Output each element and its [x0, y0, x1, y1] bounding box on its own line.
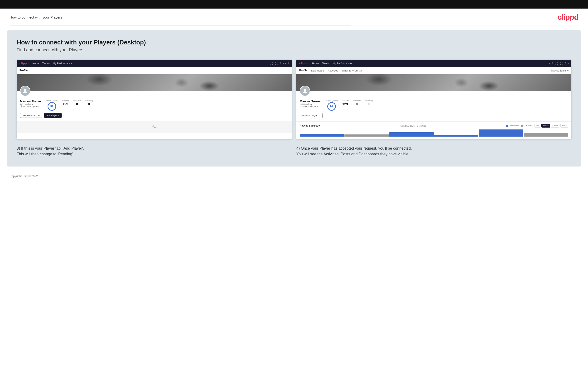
- left-profile-hero: [17, 74, 292, 91]
- left-handicap: 1-5 Handicap: [20, 103, 41, 106]
- left-profile-avatar: [20, 86, 30, 96]
- user-icon[interactable]: [275, 62, 278, 65]
- left-followers-stat: Followers 0: [73, 100, 81, 106]
- page-header: How to connect with your Players clippd: [0, 8, 588, 25]
- left-profile-info: Marcus Turner 1-5 Handicap 📍 United King…: [17, 91, 292, 121]
- globe-icon[interactable]: [285, 62, 289, 65]
- search-icon[interactable]: [270, 62, 273, 65]
- right-user-icon[interactable]: [555, 62, 558, 65]
- right-tab-dashboard[interactable]: Dashboard: [311, 67, 324, 74]
- right-search-icon[interactable]: [549, 62, 553, 65]
- remove-player-button[interactable]: Remove Player ✕: [300, 113, 322, 118]
- left-name-section: Marcus Turner 1-5 Handicap 📍 United King…: [20, 100, 41, 108]
- right-location-text: United Kingdom: [303, 106, 318, 108]
- settings-icon[interactable]: [280, 62, 284, 65]
- left-activities-stat: Activities 129: [62, 100, 69, 106]
- left-activities-label: Activities: [62, 100, 69, 102]
- left-following-value: 0: [85, 102, 93, 106]
- bar-4: [434, 135, 478, 137]
- right-player-name: Marcus Turner: [300, 100, 321, 103]
- add-player-button[interactable]: Add Player +: [44, 113, 62, 118]
- close-icon: ✕: [318, 114, 320, 117]
- main-subtitle: Find and connect with your Players: [17, 48, 571, 52]
- left-nav-icons: [270, 62, 289, 65]
- period-3mths-button[interactable]: 3 mths: [551, 124, 560, 128]
- period-6mths-button[interactable]: 6 mths: [541, 124, 550, 128]
- period-1mth-button[interactable]: 1 mth: [560, 124, 568, 128]
- main-title: How to connect with your Players (Deskto…: [17, 39, 571, 46]
- plus-icon: +: [58, 114, 59, 117]
- screenshots-row: clippd Home Teams My Performance Profile: [17, 60, 571, 139]
- right-quality-stat: Player Quality 92: [326, 100, 337, 111]
- left-followers-value: 0: [73, 102, 81, 106]
- bar-5: [479, 129, 523, 137]
- activity-bar-chart: [300, 129, 568, 137]
- on-course-legend-dot: [506, 125, 508, 127]
- right-app-logo: clippd: [299, 61, 308, 65]
- screenshot-panel-right: clippd Home Teams My Performance Profile…: [296, 60, 571, 139]
- right-following-stat: Following 0: [365, 100, 373, 106]
- caption-right-text: 4) Once your Player has accepted your re…: [296, 146, 571, 157]
- right-profile-info: Marcus Turner 1-5 Handicap 📍 United King…: [296, 91, 571, 121]
- left-nav-links: Home Teams My Performance: [32, 62, 266, 65]
- left-app-logo: clippd: [19, 61, 28, 65]
- right-globe-icon[interactable]: [565, 62, 569, 65]
- right-profile-avatar: [300, 86, 310, 96]
- right-location-pin-icon: 📍: [300, 106, 302, 108]
- top-bar: [0, 0, 588, 8]
- right-handicap: 1-5 Handicap: [300, 103, 321, 106]
- right-quality-label: Player Quality: [326, 100, 337, 102]
- right-tab-what-to-work-on[interactable]: What To Work On: [342, 67, 362, 74]
- location-pin-icon: 📍: [20, 106, 23, 108]
- right-tab-activities[interactable]: Activities: [328, 67, 338, 74]
- left-nav-performance[interactable]: My Performance: [53, 62, 72, 65]
- right-following-value: 0: [365, 102, 373, 106]
- request-to-follow-button[interactable]: Request to Follow: [20, 113, 42, 118]
- left-profile-buttons: Request to Follow Add Player +: [20, 113, 288, 118]
- right-nav-icons: [549, 62, 569, 65]
- right-location: 📍 United Kingdom: [300, 106, 321, 108]
- bar-1: [300, 134, 344, 137]
- right-nav-home[interactable]: Home: [312, 62, 319, 65]
- right-quality-value: 92: [330, 105, 333, 108]
- main-content: How to connect with your Players (Deskto…: [7, 30, 581, 167]
- left-location: 📍 United Kingdom: [20, 106, 41, 108]
- caption-left-text: 3) If this is your Player tap, 'Add Play…: [17, 146, 292, 157]
- left-tab-profile[interactable]: Profile: [19, 67, 28, 74]
- left-profile-details: Marcus Turner 1-5 Handicap 📍 United King…: [20, 93, 288, 111]
- right-nav-teams[interactable]: Teams: [322, 62, 330, 65]
- left-following-label: Following: [85, 100, 93, 102]
- right-followers-label: Followers: [353, 100, 361, 102]
- right-nav-performance[interactable]: My Performance: [333, 62, 352, 65]
- page-footer: Copyright Clippd 2022: [0, 171, 588, 181]
- right-nav-links: Home Teams My Performance: [312, 62, 546, 65]
- right-navbar: clippd Home Teams My Performance: [296, 60, 571, 67]
- period-1yr-button[interactable]: 1 yr: [535, 124, 540, 128]
- left-player-name: Marcus Turner: [20, 100, 41, 103]
- right-settings-icon[interactable]: [560, 62, 563, 65]
- scissors-icon: ✂: [151, 124, 158, 131]
- screenshot-panel-left: clippd Home Teams My Performance Profile: [17, 60, 292, 139]
- right-profile-hero: [296, 74, 571, 91]
- bar-6: [524, 133, 568, 137]
- caption-right: 4) Once your Player has accepted your re…: [296, 146, 571, 157]
- header-divider: [9, 25, 579, 25]
- clippd-logo: clippd: [558, 13, 579, 22]
- left-nav-teams[interactable]: Teams: [42, 62, 50, 65]
- captions-row: 3) If this is your Player tap, 'Add Play…: [17, 146, 571, 157]
- left-nav-home[interactable]: Home: [32, 62, 39, 65]
- activity-controls: On course Off course 1 yr 6 mths 3 mths …: [506, 124, 568, 128]
- right-quality-circle: 92: [327, 102, 336, 111]
- left-following-stat: Following 0: [85, 100, 93, 106]
- left-navbar: clippd Home Teams My Performance: [17, 60, 292, 67]
- right-followers-value: 0: [353, 102, 361, 106]
- left-location-text: United Kingdom: [23, 106, 39, 108]
- right-activities-label: Activities: [341, 100, 349, 102]
- right-tab-profile[interactable]: Profile: [299, 67, 307, 74]
- right-activities-value: 129: [341, 102, 349, 106]
- page-header-title: How to connect with your Players: [9, 15, 62, 19]
- left-tabs: Profile: [17, 67, 292, 74]
- left-screenshot-footer: ✂: [17, 121, 292, 133]
- left-hero-overlay: [17, 74, 292, 91]
- right-name-section: Marcus Turner 1-5 Handicap 📍 United King…: [300, 100, 321, 108]
